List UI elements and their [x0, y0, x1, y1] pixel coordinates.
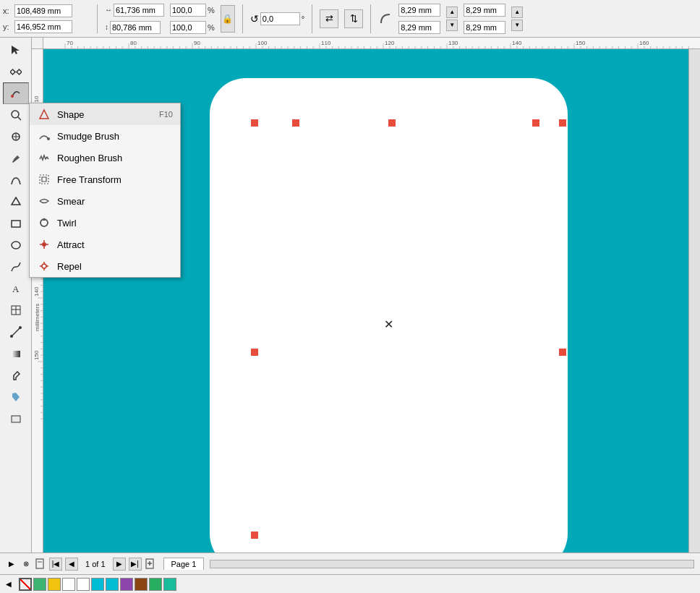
ruler-row [32, 38, 700, 49]
x-input[interactable] [14, 4, 72, 17]
coordinates-block: x: y: [3, 3, 90, 35]
corner-top2-input[interactable] [464, 4, 505, 17]
handle-top-bezier[interactable] [292, 119, 299, 127]
svg-line-17 [12, 328, 20, 336]
tool-node[interactable] [3, 61, 29, 82]
tool-tweak[interactable] [3, 82, 29, 104]
corner-bottom-stepper-up[interactable]: ▲ [511, 7, 523, 18]
corner-bottom-stepper-down[interactable]: ▼ [511, 20, 523, 31]
menu-item-shape[interactable]: Shape F10 [30, 103, 180, 125]
width-input[interactable] [114, 4, 164, 17]
menu-item-smear[interactable]: Smear [30, 190, 180, 212]
roughen-icon [37, 150, 51, 165]
v-scrollbar[interactable] [688, 49, 700, 553]
x-label: x: [3, 7, 13, 15]
twirl-label: Twirl [57, 218, 173, 229]
tool-pencil[interactable] [3, 148, 29, 169]
separator-3 [312, 4, 312, 33]
stop-button[interactable]: ⊗ [20, 558, 32, 570]
height-input[interactable] [110, 21, 161, 34]
tool-path[interactable] [3, 256, 29, 278]
corner-top-stepper-up[interactable]: ▲ [446, 7, 458, 18]
tool-connector[interactable] [3, 321, 29, 343]
corner-bottom-input[interactable] [398, 21, 440, 34]
color-swatch-3[interactable] [77, 578, 90, 591]
color-swatch-6[interactable] [120, 578, 133, 591]
corner-bottom2-input[interactable] [464, 21, 505, 34]
svg-rect-1 [10, 69, 15, 74]
color-swatch-2[interactable] [62, 578, 75, 591]
shape-icon [37, 107, 51, 121]
smear-label: Smear [57, 196, 173, 207]
color-swatch-5[interactable] [106, 578, 119, 591]
handle-mid-right[interactable] [559, 349, 566, 356]
tool-gradient[interactable] [3, 343, 29, 364]
pct-w-input[interactable] [170, 4, 206, 17]
svg-marker-10 [12, 197, 20, 205]
rotate-input[interactable] [260, 12, 300, 25]
handle-top-left[interactable] [251, 119, 258, 127]
menu-item-twirl[interactable]: Twirl [30, 212, 180, 234]
color-swatch-0[interactable] [33, 578, 46, 591]
svg-point-19 [19, 326, 22, 329]
svg-point-18 [10, 335, 13, 338]
page-tab[interactable]: Page 1 [163, 558, 205, 570]
svg-point-3 [11, 95, 14, 98]
tool-dropper[interactable] [3, 364, 29, 386]
corner-arrows: ▲ ▼ [446, 7, 458, 31]
pct-block: % % [170, 2, 215, 35]
color-swatch-9[interactable] [163, 578, 176, 591]
pct-h-input[interactable] [170, 21, 206, 34]
menu-item-repel[interactable]: Repel [30, 255, 180, 277]
last-page-button[interactable]: ▶| [129, 558, 142, 571]
menu-item-free-transform[interactable]: Free Transform [30, 168, 180, 190]
play-button[interactable]: ▶ [6, 558, 17, 570]
tool-fill[interactable] [3, 386, 29, 408]
svg-point-12 [12, 242, 20, 249]
tool-table[interactable] [3, 299, 29, 321]
color-swatch-1[interactable] [48, 578, 61, 591]
svg-point-4 [12, 111, 19, 118]
handle-bot-left[interactable] [251, 532, 258, 539]
menu-item-smudge[interactable]: Smudge Brush [30, 125, 180, 147]
tool-text[interactable]: A [3, 278, 29, 299]
svg-point-23 [47, 137, 50, 140]
color-swatch-7[interactable] [135, 578, 148, 591]
color-swatch-none[interactable] [19, 578, 32, 591]
mirror-v-button[interactable]: ⇅ [344, 9, 363, 28]
color-swatch-4[interactable] [91, 578, 104, 591]
tool-measure[interactable] [3, 126, 29, 148]
first-page-button[interactable]: |◀ [49, 558, 62, 571]
corner-top-stepper-down[interactable]: ▼ [446, 20, 458, 31]
tool-paint[interactable] [3, 408, 29, 430]
tool-select[interactable] [3, 39, 29, 61]
tool-bezier[interactable] [3, 169, 29, 191]
handle-top-center[interactable] [388, 119, 396, 127]
handle-mid-left[interactable] [251, 349, 258, 356]
y-input[interactable] [14, 20, 72, 33]
roughen-label: Roughen Brush [57, 153, 173, 163]
add-page-icon [145, 558, 156, 570]
next-page-button[interactable]: ▶ [113, 558, 126, 571]
h-ruler [43, 38, 700, 49]
color-swatch-8[interactable] [149, 578, 162, 591]
tool-zoom[interactable] [3, 104, 29, 126]
handle-top-right[interactable] [559, 119, 566, 127]
handle-top-bezier2[interactable] [532, 119, 539, 127]
svg-marker-0 [12, 46, 20, 54]
status-bar: ▶ ⊗ |◀ ◀ 1 of 1 ▶ ▶| Page 1 [0, 553, 700, 574]
free-transform-icon [37, 172, 51, 187]
prev-page-button[interactable]: ◀ [65, 558, 78, 571]
tool-ellipse[interactable] [3, 234, 29, 256]
color-prev-button[interactable]: ◀ [3, 579, 14, 590]
top-toolbar: x: y: ↔ ↕ % % 🔒 ↺ [0, 0, 700, 38]
h-scrollbar[interactable] [210, 560, 694, 568]
corner-top-input[interactable] [398, 4, 440, 17]
menu-item-attract[interactable]: Attract [30, 234, 180, 255]
tool-rect[interactable] [3, 213, 29, 234]
menu-item-roughen[interactable]: Roughen Brush [30, 147, 180, 168]
svg-point-31 [42, 264, 46, 268]
mirror-h-button[interactable]: ⇄ [320, 9, 338, 28]
lock-proportions-button[interactable]: 🔒 [221, 5, 235, 33]
tool-shape2[interactable] [3, 191, 29, 213]
